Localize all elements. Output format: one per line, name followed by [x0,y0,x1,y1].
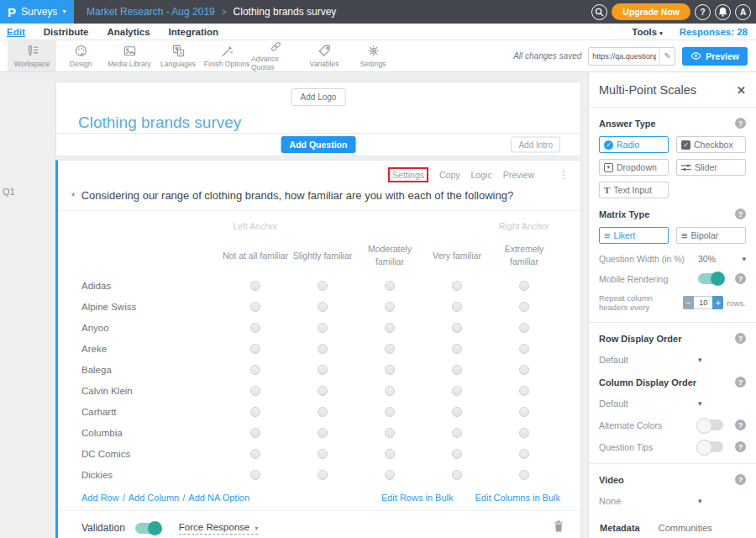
radio-button[interactable] [250,470,260,480]
help-button[interactable]: ? [695,4,711,20]
radio-button[interactable] [519,407,529,417]
breadcrumb-parent[interactable]: Market Research - Aug 2019 [87,6,215,18]
toolbar-item-advance-quotas[interactable]: Advance Quotas [251,40,300,71]
validation-toggle[interactable] [135,523,160,534]
help-icon[interactable]: ? [735,208,746,219]
row-label[interactable]: Adidas [58,281,222,291]
radio-button[interactable] [452,344,462,354]
help-icon[interactable]: ? [735,419,746,430]
radio-button[interactable] [519,323,529,333]
radio-button[interactable] [318,428,328,438]
row-label[interactable]: DC Comics [58,449,222,459]
video-select[interactable]: None ▾ [599,496,746,506]
search-button[interactable] [591,4,607,20]
left-anchor-label[interactable]: Left Anchor [233,221,277,231]
radio-button[interactable] [452,365,462,375]
toolbar-item-settings[interactable]: Settings [349,40,397,71]
radio-button[interactable] [452,386,462,396]
tab-analytics[interactable]: Analytics [107,27,150,37]
toolbar-item-workspace[interactable]: Workspace [8,40,56,71]
column-header[interactable]: Extremely familiar [491,243,558,267]
radio-button[interactable] [519,449,529,459]
radio-button[interactable] [452,302,462,312]
notifications-button[interactable] [715,4,731,20]
row-label[interactable]: Balega [58,365,222,375]
question-copy-button[interactable]: Copy [439,170,460,180]
answer-type-slider[interactable]: Slider [676,159,746,176]
radio-button[interactable] [318,302,328,312]
row-label[interactable]: Calvin Klein [58,386,222,396]
help-icon[interactable]: ? [735,333,746,344]
radio-button[interactable] [519,365,529,375]
tab-edit[interactable]: Edit [7,27,25,37]
edit-columns-in-bulk-link[interactable]: Edit Columns in Bulk [475,493,561,503]
radio-button[interactable] [452,407,462,417]
chevron-down-icon[interactable]: ▾ [742,255,746,263]
radio-button[interactable] [318,281,328,291]
tools-menu[interactable]: Tools ▾ [632,27,663,37]
answer-type-checkbox[interactable]: ✓Checkbox [676,136,746,153]
question-tips-toggle[interactable] [698,441,723,452]
column-header[interactable]: Moderately familiar [356,243,423,267]
radio-button[interactable] [452,323,462,333]
radio-button[interactable] [250,365,260,375]
matrix-type-likert[interactable]: ≡Likert [599,227,669,244]
row-label[interactable]: Columbia [58,428,222,438]
radio-button[interactable] [250,449,260,459]
tab-metadata[interactable]: Metadata [599,520,641,538]
add-intro-button[interactable]: Add Intro [511,137,560,153]
radio-button[interactable] [385,386,395,396]
radio-button[interactable] [452,470,462,480]
add-logo-button[interactable]: Add Logo [291,88,346,106]
column-display-order-select[interactable]: Default ▾ [599,398,746,409]
radio-button[interactable] [385,344,395,354]
radio-button[interactable] [318,386,328,396]
column-header[interactable]: Slightly familiar [293,250,353,262]
radio-button[interactable] [385,302,395,312]
stepper-minus-button[interactable]: − [683,296,694,309]
avatar[interactable]: A [735,4,751,20]
right-anchor-label[interactable]: Right Anchor [499,221,549,231]
add-column-link[interactable]: Add Column [129,493,180,503]
radio-button[interactable] [452,449,462,459]
tab-integration[interactable]: Integration [169,27,218,37]
radio-button[interactable] [250,386,260,396]
stepper-value-input[interactable] [694,296,712,309]
radio-button[interactable] [250,281,260,291]
delete-question-button[interactable] [554,520,564,535]
tab-distribute[interactable]: Distribute [44,27,89,37]
row-label[interactable]: Alpine Swiss [58,302,222,312]
radio-button[interactable] [519,302,529,312]
row-display-order-select[interactable]: Default ▾ [599,355,746,365]
radio-button[interactable] [519,428,529,438]
radio-button[interactable] [385,449,395,459]
kebab-menu-icon[interactable]: ⋮ [559,169,569,181]
row-label[interactable]: Areke [58,344,222,354]
question-width-value[interactable]: 30% [698,254,742,264]
answer-type-radio[interactable]: ✓Radio [599,136,669,153]
radio-button[interactable] [385,470,395,480]
column-header[interactable]: Not at all familiar [223,250,288,262]
radio-button[interactable] [318,344,328,354]
help-icon[interactable]: ? [735,118,746,129]
help-icon[interactable]: ? [735,441,746,452]
upgrade-now-button[interactable]: Upgrade Now [612,3,690,20]
toolbar-item-languages[interactable]: A Languages [154,40,202,71]
answer-type-dropdown[interactable]: ▾Dropdown [599,159,669,176]
preview-button[interactable]: Preview [682,47,748,66]
radio-button[interactable] [318,365,328,375]
radio-button[interactable] [519,386,529,396]
help-icon[interactable]: ? [735,377,746,388]
row-label[interactable]: Carhartt [58,407,222,417]
add-question-button[interactable]: Add Question [281,136,356,153]
radio-button[interactable] [318,449,328,459]
question-text[interactable]: Considering our range of clothing brands… [81,189,514,202]
tab-communities[interactable]: Communities [658,520,713,538]
edit-rows-in-bulk-link[interactable]: Edit Rows in Bulk [381,493,454,503]
add-row-link[interactable]: Add Row [81,493,119,503]
product-menu[interactable]: P Surveys ▾ [0,0,74,24]
mobile-rendering-toggle[interactable] [698,273,723,284]
toolbar-item-variables[interactable]: Variables [300,40,349,71]
answer-type-text-input[interactable]: TText Input [599,182,669,198]
question-settings-button[interactable]: Settings [388,167,428,182]
